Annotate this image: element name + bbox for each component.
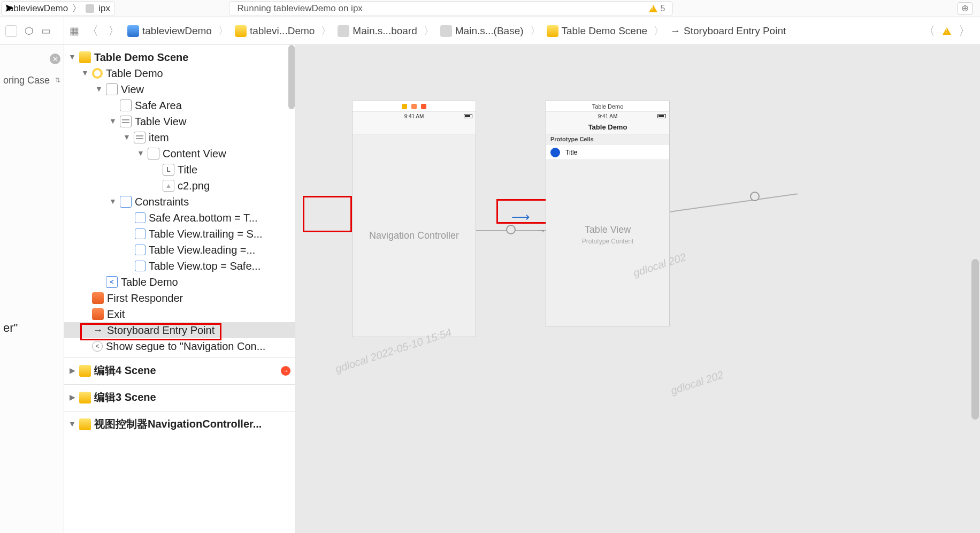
segue-line[interactable] bbox=[670, 193, 798, 212]
contentview-row[interactable]: Content View bbox=[64, 146, 295, 162]
firstresponder-icon bbox=[92, 292, 104, 304]
prev-issue-button[interactable]: 〈 bbox=[921, 23, 937, 39]
disclosure-icon[interactable] bbox=[68, 420, 76, 428]
storyboard-canvas[interactable]: ⟶ → 9:41 AM Navigation Controller bbox=[295, 45, 980, 533]
next-issue-button[interactable]: 〉 bbox=[956, 23, 973, 39]
scene-row[interactable]: 编辑3 Scene bbox=[64, 384, 295, 408]
constraints-row[interactable]: Constraints bbox=[64, 194, 295, 210]
label-row[interactable]: L Title bbox=[64, 162, 295, 178]
safearea-label: Safe Area bbox=[135, 100, 182, 112]
crumb-folder[interactable]: tablevi...Demo bbox=[235, 25, 315, 37]
navigation-controller-scene[interactable]: 9:41 AM Navigation Controller bbox=[352, 101, 476, 337]
constraint-icon bbox=[135, 229, 146, 239]
navigator-filter-panel: ✕ oring Case ⇅ er" bbox=[0, 45, 64, 533]
cell-icon bbox=[134, 132, 146, 143]
safearea-row[interactable]: Safe Area bbox=[64, 97, 295, 113]
cell-row[interactable]: item bbox=[64, 130, 295, 146]
navitem-row[interactable]: < Table Demo bbox=[64, 274, 295, 290]
plus-icon: ⊕ bbox=[961, 3, 969, 14]
tableview-label: Table View bbox=[135, 116, 186, 128]
forward-button[interactable]: 〉 bbox=[106, 23, 122, 39]
crumb-project[interactable]: tableviewDemo bbox=[127, 25, 212, 37]
cell-title: Title bbox=[565, 149, 577, 156]
arrow-right-icon: → bbox=[670, 25, 680, 37]
scene-icon bbox=[79, 418, 91, 430]
crumb-base[interactable]: Main.s...(Base) bbox=[440, 25, 524, 37]
tableview-placeholder-sub: Prototype Content bbox=[546, 235, 669, 245]
battery-icon bbox=[464, 114, 472, 118]
view-icon bbox=[148, 148, 159, 159]
filter-field-row[interactable]: ✕ bbox=[3, 48, 60, 70]
disclosure-icon[interactable] bbox=[123, 133, 131, 141]
image-row[interactable]: ▲ c2.png bbox=[64, 178, 295, 194]
constraints-label: Constraints bbox=[135, 196, 189, 208]
segue-icon: < bbox=[92, 341, 103, 352]
scene-titlebar[interactable] bbox=[353, 101, 476, 112]
scene-label: 编辑3 Scene bbox=[94, 390, 156, 405]
scene-row[interactable]: 视图控制器NavigationController... bbox=[64, 411, 295, 435]
table-demo-scene[interactable]: Table Demo 9:41 AM Table Demo Prototype … bbox=[546, 101, 670, 326]
prototype-cell[interactable]: Title bbox=[546, 145, 669, 160]
annotation-box bbox=[303, 196, 352, 232]
scene-label: 编辑4 Scene bbox=[94, 363, 156, 378]
chevron-icon: 〉 bbox=[320, 24, 332, 38]
activity-status[interactable]: Running tableviewDemo on ipx 5 bbox=[229, 1, 673, 16]
comment-icon[interactable]: ▭ bbox=[41, 25, 51, 37]
constraint-icon bbox=[135, 212, 146, 223]
disclosure-icon[interactable] bbox=[68, 366, 76, 375]
crumb-storyboard[interactable]: Main.s...board bbox=[338, 25, 417, 37]
back-icon: < bbox=[106, 276, 118, 288]
disclosure-icon[interactable] bbox=[109, 197, 117, 205]
exit-row[interactable]: Exit bbox=[64, 306, 295, 322]
scene-titlebar[interactable]: Table Demo bbox=[546, 101, 669, 112]
folder-icon bbox=[235, 25, 247, 37]
tag-icon[interactable]: ⬡ bbox=[25, 25, 34, 37]
back-button[interactable]: 〈 bbox=[85, 23, 101, 39]
scene-icon bbox=[79, 51, 91, 63]
firstresponder-row[interactable]: First Responder bbox=[64, 290, 295, 306]
imageview-icon: ▲ bbox=[163, 180, 174, 192]
scheme-name: tableviewDemo bbox=[6, 3, 68, 14]
navitem-label: Table Demo bbox=[121, 276, 178, 288]
disclosure-icon[interactable] bbox=[68, 52, 76, 61]
crumb-entry[interactable]: → Storyboard Entry Point bbox=[670, 25, 786, 37]
phone-navbar: Table Demo bbox=[546, 120, 669, 134]
segue-circle-icon[interactable] bbox=[750, 192, 760, 201]
filter-option[interactable]: oring Case ⇅ bbox=[3, 70, 60, 91]
crumb-scene[interactable]: Table Demo Scene bbox=[547, 25, 648, 37]
entrypoint-row[interactable]: → Storyboard Entry Point bbox=[64, 322, 295, 338]
disclosure-icon[interactable] bbox=[68, 393, 76, 401]
scene-icon bbox=[79, 392, 91, 403]
tableview-row[interactable]: Table View bbox=[64, 113, 295, 130]
constraint-row[interactable]: Table View.leading =... bbox=[64, 242, 295, 258]
constraint-row[interactable]: Safe Area.bottom = T... bbox=[64, 210, 295, 226]
clear-icon[interactable]: ✕ bbox=[50, 54, 60, 64]
disclosure-icon[interactable] bbox=[95, 85, 103, 93]
disclosure-icon[interactable] bbox=[81, 68, 89, 77]
viewcontroller-icon bbox=[92, 68, 103, 79]
main-split: ✕ oring Case ⇅ er" Table Demo Scene Tabl… bbox=[0, 45, 980, 533]
view-row[interactable]: View bbox=[64, 81, 295, 97]
constraint-row[interactable]: Table View.top = Safe... bbox=[64, 258, 295, 274]
library-button[interactable]: ⊕ bbox=[958, 2, 973, 15]
list-icon[interactable] bbox=[5, 25, 17, 37]
scene-title-label: Table Demo bbox=[592, 103, 624, 110]
constraint-row[interactable]: Table View.trailing = S... bbox=[64, 226, 295, 242]
scene-row[interactable]: 编辑4 Scene → bbox=[64, 357, 295, 381]
jump-bar: ⬡ ▭ ▦ 〈 〉 tableviewDemo 〉 tablevi...Demo… bbox=[0, 17, 980, 45]
related-items-icon[interactable]: ▦ bbox=[70, 25, 79, 37]
scheme-selector[interactable]: ➤ tableviewDemo 〉 ipx bbox=[0, 1, 115, 16]
warning-count: 5 bbox=[661, 4, 665, 13]
scrollbar-thumb[interactable] bbox=[288, 45, 295, 109]
window-titlebar: ➤ tableviewDemo 〉 ipx Running tableviewD… bbox=[0, 0, 980, 17]
status-text: Running tableviewDemo on ipx bbox=[237, 3, 362, 14]
issue-indicator[interactable]: 5 bbox=[649, 4, 665, 13]
disclosure-icon[interactable] bbox=[137, 149, 144, 157]
scene-row[interactable]: Table Demo Scene bbox=[64, 49, 295, 65]
segue-row[interactable]: < Show segue to "Navigation Con... bbox=[64, 338, 295, 354]
viewcontroller-row[interactable]: Table Demo bbox=[64, 65, 295, 81]
scrollbar-thumb[interactable] bbox=[971, 259, 979, 420]
segue-circle-icon[interactable] bbox=[506, 225, 516, 234]
disclosure-icon[interactable] bbox=[109, 117, 117, 125]
warning-icon[interactable] bbox=[943, 27, 951, 35]
